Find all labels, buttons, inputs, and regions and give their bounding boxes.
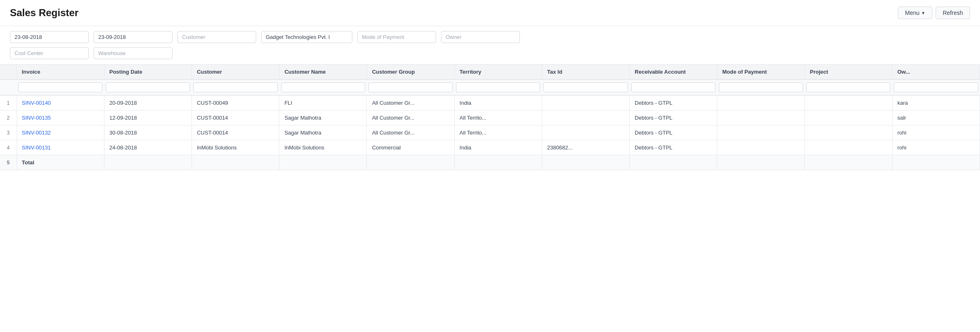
row-num: 1 xyxy=(0,95,17,111)
row-receivable-account: Debtors - GTPL xyxy=(630,125,717,140)
col-territory: Territory xyxy=(454,65,542,79)
filters-row-2 xyxy=(10,47,970,59)
filter-posting-date[interactable] xyxy=(106,82,190,92)
page-title: Sales Register xyxy=(10,7,78,19)
warehouse-input[interactable] xyxy=(94,47,172,59)
row-num: 2 xyxy=(0,111,17,125)
row-customer: CUST-00049 xyxy=(192,95,279,111)
total-row: 5 Total xyxy=(0,155,980,170)
row-receivable-account: Debtors - GTPL xyxy=(630,95,717,111)
row-mode-of-payment xyxy=(717,95,805,111)
date-to-input[interactable] xyxy=(94,31,172,43)
row-posting-date: 24-08-2018 xyxy=(104,140,192,155)
col-num xyxy=(0,65,17,79)
row-customer: CUST-00014 xyxy=(192,111,279,125)
table-container: Invoice Posting Date Customer Customer N… xyxy=(0,65,980,170)
date-from-input[interactable] xyxy=(10,31,89,43)
row-posting-date: 12-09-2018 xyxy=(104,111,192,125)
col-mode-of-payment: Mode of Payment xyxy=(717,65,805,79)
col-invoice: Invoice xyxy=(17,65,104,79)
mode-of-payment-input[interactable] xyxy=(357,31,436,43)
filter-tax-id[interactable] xyxy=(543,82,628,92)
row-territory: India xyxy=(454,140,542,155)
row-project xyxy=(805,111,892,125)
col-owner: Ow... xyxy=(892,65,980,79)
row-customer-group: All Customer Gr... xyxy=(367,125,454,140)
row-owner: rohi xyxy=(892,125,980,140)
filter-mode-of-payment[interactable] xyxy=(719,82,803,92)
col-customer-group: Customer Group xyxy=(367,65,454,79)
row-tax-id xyxy=(542,125,629,140)
row-owner: rohi xyxy=(892,140,980,155)
row-invoice[interactable]: SINV-00140 xyxy=(17,95,104,111)
row-mode-of-payment xyxy=(717,140,805,155)
row-invoice[interactable]: SINV-00132 xyxy=(17,125,104,140)
chevron-down-icon: ▼ xyxy=(921,11,925,15)
col-tax-id: Tax Id xyxy=(542,65,629,79)
table-header-row: Invoice Posting Date Customer Customer N… xyxy=(0,65,980,79)
row-customer-name: InMobi Solutions xyxy=(279,140,367,155)
owner-input[interactable] xyxy=(441,31,520,43)
row-customer: InMobi Solutions xyxy=(192,140,279,155)
customer-input[interactable] xyxy=(177,31,256,43)
row-receivable-account: Debtors - GTPL xyxy=(630,111,717,125)
row-territory: All Territo... xyxy=(454,125,542,140)
row-num: 3 xyxy=(0,125,17,140)
row-invoice[interactable]: SINV-00131 xyxy=(17,140,104,155)
row-owner: salr xyxy=(892,111,980,125)
refresh-button[interactable]: Refresh xyxy=(936,7,970,19)
row-tax-id xyxy=(542,111,629,125)
row-customer-group: All Customer Gr... xyxy=(367,95,454,111)
row-mode-of-payment xyxy=(717,111,805,125)
row-project xyxy=(805,140,892,155)
col-receivable-account: Receivable Account xyxy=(630,65,717,79)
row-tax-id: 2380682... xyxy=(542,140,629,155)
filter-customer-group[interactable] xyxy=(369,82,453,92)
cost-center-input[interactable] xyxy=(10,47,89,59)
company-input[interactable] xyxy=(261,31,352,43)
total-label: Total xyxy=(17,155,104,170)
col-posting-date: Posting Date xyxy=(104,65,192,79)
filter-receivable-account[interactable] xyxy=(631,82,716,92)
table-row: 1 SINV-00140 20-09-2018 CUST-00049 FLI A… xyxy=(0,95,980,111)
row-receivable-account: Debtors - GTPL xyxy=(630,140,717,155)
col-customer: Customer xyxy=(192,65,279,79)
row-customer-group: Commercial xyxy=(367,140,454,155)
table-row: 3 SINV-00132 30-08-2018 CUST-00014 Sagar… xyxy=(0,125,980,140)
header-actions: Menu ▼ Refresh xyxy=(898,7,970,19)
row-posting-date: 30-08-2018 xyxy=(104,125,192,140)
sales-register-table: Invoice Posting Date Customer Customer N… xyxy=(0,65,980,170)
row-customer-name: Sagar Malhotra xyxy=(279,125,367,140)
row-territory: India xyxy=(454,95,542,111)
row-territory: All Territo... xyxy=(454,111,542,125)
table-row: 2 SINV-00135 12-09-2018 CUST-00014 Sagar… xyxy=(0,111,980,125)
row-customer: CUST-00014 xyxy=(192,125,279,140)
filter-territory[interactable] xyxy=(456,82,540,92)
row-posting-date: 20-09-2018 xyxy=(104,95,192,111)
row-tax-id xyxy=(542,95,629,111)
filters-section xyxy=(0,26,980,65)
row-customer-group: All Customer Gr... xyxy=(367,111,454,125)
row-invoice[interactable]: SINV-00135 xyxy=(17,111,104,125)
table-row: 4 SINV-00131 24-08-2018 InMobi Solutions… xyxy=(0,140,980,155)
menu-button[interactable]: Menu ▼ xyxy=(898,7,932,19)
row-owner: kara xyxy=(892,95,980,111)
col-customer-name: Customer Name xyxy=(279,65,367,79)
page-header: Sales Register Menu ▼ Refresh xyxy=(0,0,980,26)
filter-project[interactable] xyxy=(806,82,890,92)
row-mode-of-payment xyxy=(717,125,805,140)
row-project xyxy=(805,95,892,111)
filter-customer-name[interactable] xyxy=(281,82,365,92)
row-num: 4 xyxy=(0,140,17,155)
filter-owner[interactable] xyxy=(894,82,978,92)
filters-row-1 xyxy=(10,31,970,43)
total-num: 5 xyxy=(0,155,17,170)
col-project: Project xyxy=(805,65,892,79)
row-customer-name: FLI xyxy=(279,95,367,111)
row-project xyxy=(805,125,892,140)
table-filter-row xyxy=(0,79,980,95)
filter-invoice[interactable] xyxy=(18,82,102,92)
filter-customer[interactable] xyxy=(193,82,277,92)
row-customer-name: Sagar Malhotra xyxy=(279,111,367,125)
